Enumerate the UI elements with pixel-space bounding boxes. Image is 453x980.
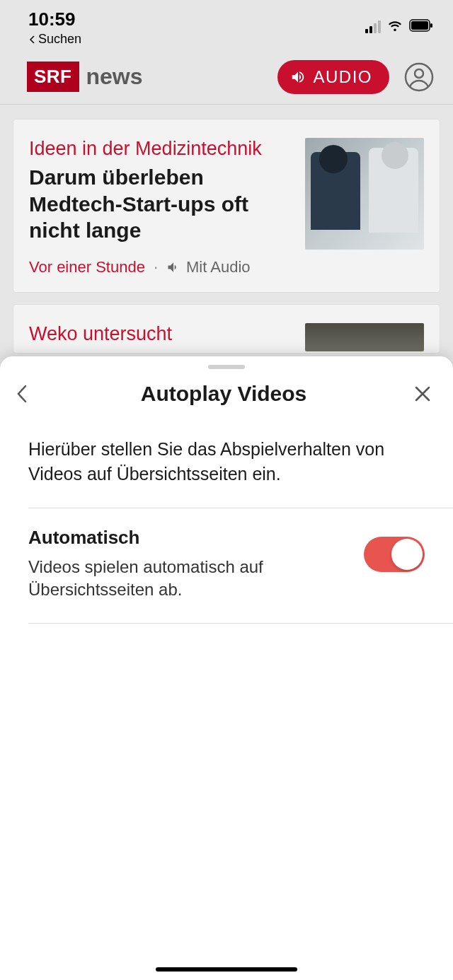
speaker-icon: [290, 69, 306, 85]
article-kicker: Weko untersucht: [29, 323, 292, 345]
audio-label: AUDIO: [313, 67, 372, 87]
app-header: SRF news AUDIO: [0, 49, 453, 105]
logo-text: news: [86, 64, 143, 90]
setting-description: Videos spielen automatisch auf Übersicht…: [28, 556, 350, 602]
article-headline: Darum überleben Medtech-Start-ups oft ni…: [29, 164, 292, 244]
article-time: Vor einer Stunde: [29, 258, 145, 276]
battery-icon: [409, 19, 433, 35]
profile-button[interactable]: [402, 60, 436, 94]
audio-button[interactable]: AUDIO: [277, 60, 389, 94]
article-thumbnail: [305, 323, 424, 351]
autoplay-setting-row: Automatisch Videos spielen automatisch a…: [0, 508, 453, 623]
chevron-left-icon: [16, 383, 28, 404]
status-time: 10:59: [28, 8, 81, 30]
article-audio-tag: Mit Audio: [166, 258, 251, 276]
status-bar: 10:59 Suchen: [0, 0, 453, 49]
article-kicker: Ideen in der Medizintechnik: [29, 138, 292, 160]
article-meta: Vor einer Stunde · Mit Audio: [29, 258, 292, 276]
back-to-search[interactable]: Suchen: [28, 32, 81, 47]
svg-rect-2: [430, 23, 432, 28]
sheet-title: Autoplay Videos: [141, 382, 307, 406]
article-card[interactable]: Ideen in der Medizintechnik Darum überle…: [13, 119, 440, 293]
content-area: Ideen in der Medizintechnik Darum überle…: [0, 105, 453, 368]
srf-logo[interactable]: SRF: [27, 62, 79, 92]
settings-sheet: Autoplay Videos Hierüber stellen Sie das…: [0, 356, 453, 980]
article-thumbnail: [305, 138, 424, 250]
home-indicator[interactable]: [156, 967, 297, 972]
back-label: Suchen: [38, 32, 81, 47]
setting-title: Automatisch: [28, 527, 350, 549]
article-card[interactable]: Weko untersucht: [13, 304, 440, 354]
speaker-icon: [166, 260, 180, 274]
sheet-back-button[interactable]: [16, 383, 44, 404]
toggle-knob: [391, 539, 423, 570]
sheet-description: Hierüber stellen Sie das Abspielverhalte…: [0, 423, 453, 508]
cellular-signal-icon: [365, 21, 381, 33]
svg-point-4: [415, 69, 423, 78]
sheet-close-button[interactable]: [403, 385, 432, 403]
meta-separator: ·: [154, 258, 158, 276]
close-icon: [413, 385, 432, 403]
svg-rect-1: [411, 21, 428, 30]
person-circle-icon: [404, 62, 434, 92]
autoplay-toggle[interactable]: [364, 537, 425, 572]
divider: [28, 623, 453, 624]
wifi-icon: [386, 17, 403, 37]
